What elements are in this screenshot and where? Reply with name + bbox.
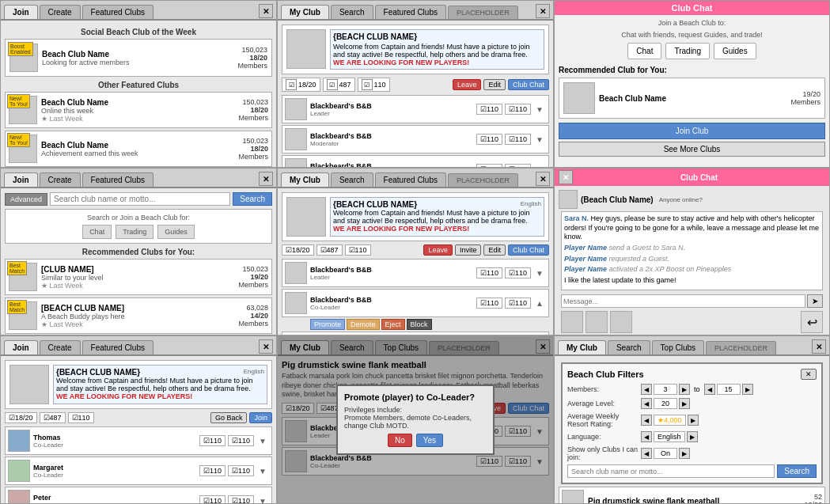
expand-7-3[interactable]: ▼ xyxy=(256,497,269,505)
close-btn-5[interactable]: ✕ xyxy=(536,172,550,186)
invite-btn-5[interactable]: Invite xyxy=(455,244,482,256)
tab-featured-7[interactable]: Featured Clubs xyxy=(82,340,153,354)
lang-inc[interactable]: ▶ xyxy=(687,431,698,442)
eject-btn-5-2[interactable]: Eject xyxy=(381,319,405,330)
chat-avatars-row-6: ↩ xyxy=(559,309,825,335)
member-row-7-1: Thomas Co-Leader ☑110 ☑110 ▼ xyxy=(5,426,272,455)
tab-search-9[interactable]: Search xyxy=(608,340,650,354)
tab-create-4[interactable]: Create xyxy=(40,172,81,187)
join-btn-7[interactable]: Join xyxy=(249,412,272,423)
expand-7-2[interactable]: ▼ xyxy=(256,467,269,476)
edit-btn-2[interactable]: Edit xyxy=(483,79,506,90)
search-btn-4[interactable]: Search xyxy=(233,192,272,206)
promote-btn-5-2[interactable]: Promote xyxy=(310,319,345,330)
level-dec[interactable]: ◀ xyxy=(641,398,652,409)
m-guest-7-1: ☑110 xyxy=(228,435,254,446)
msg-text-4-6: activated a 2x XP Boost on Pineapples xyxy=(609,265,732,273)
tab-join-1[interactable]: Join xyxy=(4,5,38,19)
search-input-4[interactable] xyxy=(50,192,230,206)
tab-topclubs-9[interactable]: Top Clubs xyxy=(652,340,704,354)
tab-featured-5[interactable]: Featured Clubs xyxy=(375,172,446,187)
filter-control-level: ◀ 20 ▶ xyxy=(641,398,690,409)
tab-placeholder-9[interactable]: PLACEHOLDER xyxy=(706,341,776,354)
filter-header-9: Beach Club Filters ✕ xyxy=(567,369,817,380)
featured-stat-count: 150,023 xyxy=(237,46,267,54)
chat-close-6[interactable]: ✕ xyxy=(559,170,573,184)
chat-emoji-btn-6[interactable]: ↩ xyxy=(801,311,823,333)
club-desc-7: Welcome from Captain and friends! Must h… xyxy=(56,377,264,392)
close-btn-9[interactable]: ✕ xyxy=(812,339,826,354)
members-min-val: 3 xyxy=(654,384,677,395)
members-max-dec[interactable]: ◀ xyxy=(704,384,715,395)
join-club-btn-3[interactable]: Join Club xyxy=(559,123,825,139)
send-btn-6[interactable]: ➤ xyxy=(807,294,823,308)
rating-dec[interactable]: ◀ xyxy=(641,415,652,426)
close-btn-7[interactable]: ✕ xyxy=(259,339,273,354)
tab-search-5[interactable]: Search xyxy=(331,172,373,187)
see-more-btn-3[interactable]: See More Clubs xyxy=(559,142,825,157)
expand-5-1[interactable]: ▼ xyxy=(533,269,546,278)
filter-control-members: ◀ 3 ▶ to ◀ 15 ▶ xyxy=(641,384,753,395)
search-row-4: Advanced Search xyxy=(5,192,272,206)
member-icon-5-1 xyxy=(285,262,307,284)
tab-featured-2[interactable]: Featured Clubs xyxy=(375,5,446,19)
chat-option-chat[interactable]: Chat xyxy=(627,43,661,59)
member-name-2-2: Blackbeard's B&B xyxy=(310,132,473,140)
club-stats-2: 150,023 18/20 Members xyxy=(238,137,268,161)
tab-myclub-5[interactable]: My Club xyxy=(281,172,329,187)
expand-5-2[interactable]: ▲ xyxy=(533,299,546,308)
demote-btn-5-2[interactable]: Demote xyxy=(347,319,380,330)
clubchat-btn-5[interactable]: Club Chat xyxy=(508,244,549,256)
filter-control-lang: ◀ English ▶ xyxy=(641,431,698,442)
chat-desc-3: Chat with friends, request Guides, and t… xyxy=(559,31,825,39)
lang-dec[interactable]: ◀ xyxy=(641,431,652,442)
tab-create-1[interactable]: Create xyxy=(40,5,81,19)
modal-yes-btn-8[interactable]: Yes xyxy=(416,434,443,447)
tab-join-7[interactable]: Join xyxy=(4,340,38,354)
filter-close-9[interactable]: ✕ xyxy=(801,369,817,380)
clubchat-btn-2[interactable]: Club Chat xyxy=(508,79,549,90)
expand-2-2[interactable]: ▼ xyxy=(533,135,546,144)
tab-myclub-9[interactable]: My Club xyxy=(558,340,606,354)
goback-btn-7[interactable]: Go Back xyxy=(210,412,248,423)
tab-create-7[interactable]: Create xyxy=(40,340,81,354)
chat-option-guides[interactable]: Guides xyxy=(714,43,756,59)
rec-name-4-2: [BEACH CLUB NAME] xyxy=(41,304,234,313)
filter-search-btn-9[interactable]: Search xyxy=(777,464,817,478)
level-inc[interactable]: ▶ xyxy=(679,398,690,409)
members-icon-2: ☑ xyxy=(286,79,297,90)
leave-btn-5[interactable]: Leave xyxy=(423,244,453,256)
filter-search-input-9[interactable] xyxy=(567,464,775,478)
chat-option-trading[interactable]: Trading xyxy=(665,43,710,59)
rec-info-4-2: [BEACH CLUB NAME] A Beach Buddy plays he… xyxy=(41,304,234,328)
stat-g-7: ☑110 xyxy=(68,412,94,423)
members-min-dec[interactable]: ◀ xyxy=(641,384,652,395)
club-stats-1: 150,023 18/20 Members xyxy=(238,98,268,122)
canjoin-dec[interactable]: ◀ xyxy=(641,448,652,459)
expand-7-1[interactable]: ▼ xyxy=(256,437,269,445)
close-btn-1[interactable]: ✕ xyxy=(259,4,273,18)
block-btn-5-2[interactable]: Block xyxy=(407,319,432,330)
tab-search-2[interactable]: Search xyxy=(331,5,373,19)
members-max-inc[interactable]: ▶ xyxy=(742,384,753,395)
members-min-inc[interactable]: ▶ xyxy=(679,384,690,395)
tab-placeholder-2[interactable]: PLACEHOLDER xyxy=(448,6,518,19)
tab-join-4[interactable]: Join xyxy=(4,172,38,187)
leave-btn-2[interactable]: Leave xyxy=(453,79,482,90)
rating-inc[interactable]: ▶ xyxy=(688,415,699,426)
expand-2-1[interactable]: ▼ xyxy=(533,105,546,114)
modal-no-btn-8[interactable]: No xyxy=(388,434,412,447)
close-btn-2[interactable]: ✕ xyxy=(536,4,550,18)
msg-sender-3-6: Player Name xyxy=(564,255,607,263)
edit-btn-5[interactable]: Edit xyxy=(483,244,506,256)
chat-input-6[interactable] xyxy=(561,294,805,308)
close-btn-4[interactable]: ✕ xyxy=(259,172,273,186)
tab-placeholder-5[interactable]: PLACEHOLDER xyxy=(448,173,518,187)
member-row-2-1: Blackbeard's B&B Leader ☑110 ☑110 ▼ xyxy=(282,95,549,123)
canjoin-inc[interactable]: ▶ xyxy=(679,448,690,459)
advanced-btn-4[interactable]: Advanced xyxy=(5,193,47,206)
tab-featured-4[interactable]: Featured Clubs xyxy=(82,172,153,187)
tab-featured-1[interactable]: Featured Clubs xyxy=(82,5,153,19)
tab-myclub-2[interactable]: My Club xyxy=(281,5,329,19)
featured-club-stats: 150,023 18/20 Members xyxy=(237,46,267,70)
